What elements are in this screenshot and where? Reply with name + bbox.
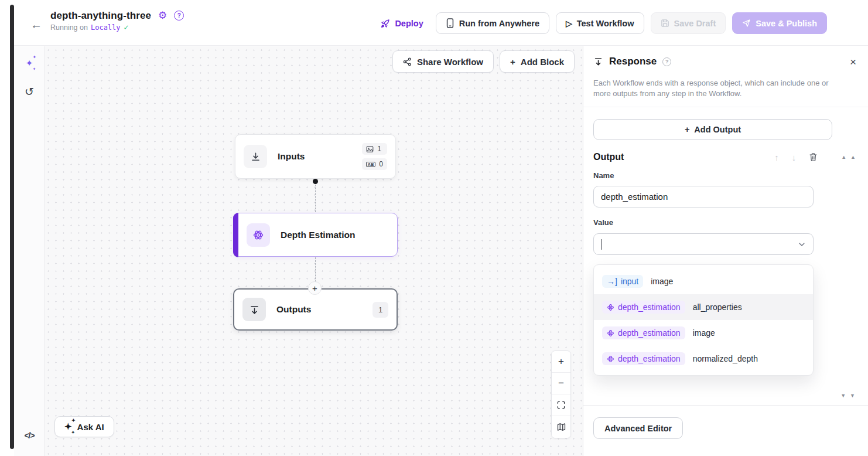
zoom-out-button[interactable]: − (552, 373, 570, 394)
canvas-toolbar: Share Workflow + Add Block (392, 50, 575, 73)
history-button[interactable]: ↺ (14, 81, 45, 101)
triangle-up-icon: ▲ (850, 154, 856, 160)
zoom-in-button[interactable]: + (552, 351, 570, 373)
triangle-down-icon: ▼ (850, 393, 855, 399)
minimap-button[interactable] (552, 416, 570, 438)
status-check-icon: ✓ (124, 23, 129, 32)
share-workflow-button[interactable]: Share Workflow (392, 50, 494, 73)
plus-icon: + (312, 283, 317, 293)
model-atom-icon (247, 223, 270, 247)
add-output-button[interactable]: + Add Output (593, 119, 832, 140)
deploy-label: Deploy (395, 19, 423, 28)
save-draft-button[interactable]: Save Draft (651, 12, 726, 34)
connector-line-1 (315, 185, 316, 212)
window-edge-bar (10, 5, 14, 449)
image-count: 1 (377, 145, 381, 153)
inputs-node-badges: 1 AB 0 (362, 143, 387, 170)
running-status: Running on Locally ✓ (50, 23, 184, 32)
share-workflow-label: Share Workflow (417, 57, 483, 67)
workflow-canvas[interactable]: Share Workflow + Add Block Inputs 1 (45, 46, 583, 456)
image-icon (366, 145, 374, 153)
response-help-icon[interactable]: ? (662, 57, 671, 66)
response-icon (593, 57, 603, 67)
depth-estimation-node-label: Depth Estimation (281, 230, 355, 240)
ask-ai-button[interactable]: ✦✦✦ Ask AI (54, 416, 114, 437)
name-field-label: Name (593, 171, 614, 180)
atom-icon (607, 329, 614, 337)
map-icon (557, 423, 566, 431)
option-input-image[interactable]: →] input image (594, 268, 813, 294)
workflow-title-block: depth-anything-three ⚙ ? Running on Loca… (50, 9, 184, 32)
canvas-zoom-controls: + − (551, 350, 571, 438)
panel-title: Response (609, 56, 657, 67)
save-draft-label: Save Draft (674, 19, 716, 28)
fit-view-button[interactable] (552, 394, 570, 416)
close-panel-icon[interactable]: × (850, 56, 856, 67)
test-workflow-button[interactable]: ▷ Test Workflow (556, 12, 644, 34)
advanced-editor-button[interactable]: Advanced Editor (593, 417, 683, 439)
header-actions: Deploy Run from Anywhere ▷ Test Workflow… (375, 12, 827, 34)
scroll-down-controls[interactable]: ▼▼ (840, 393, 855, 399)
text-cursor (601, 239, 602, 250)
add-block-button[interactable]: + Add Block (500, 50, 575, 73)
input-source-badge: →] input (602, 275, 643, 288)
send-icon (742, 19, 751, 28)
running-on-value[interactable]: Locally (91, 23, 121, 32)
plus-icon: + (558, 356, 564, 367)
code-view-button[interactable]: </> (14, 426, 45, 445)
value-field-label: Value (593, 218, 613, 227)
add-output-label: Add Output (694, 125, 741, 134)
workflow-help-icon[interactable]: ? (174, 11, 184, 21)
save-publish-label: Save & Publish (756, 19, 817, 28)
test-workflow-label: Test Workflow (577, 19, 634, 28)
insert-block-button[interactable]: + (308, 281, 322, 295)
response-panel-header: Response ? × (593, 56, 856, 67)
parameter-count-badge: AB 0 (362, 158, 387, 170)
node-accent-bar (233, 213, 238, 257)
option-property: image (651, 277, 673, 286)
delete-output-icon[interactable] (809, 152, 818, 162)
option-depth-all-properties[interactable]: depth_estimation all_properties (594, 294, 813, 320)
save-publish-button[interactable]: Save & Publish (732, 12, 827, 34)
option-property: normalized_depth (693, 354, 758, 363)
triangle-up-icon: ▲ (841, 154, 846, 160)
workflow-settings-gear-icon[interactable]: ⚙ (158, 9, 167, 22)
step-source-badge: depth_estimation (602, 326, 685, 339)
depth-estimation-node[interactable]: Depth Estimation (233, 213, 398, 257)
arrow-into-bracket-icon: →] (607, 277, 617, 286)
response-panel: Response ? × Each Workflow ends with a r… (583, 46, 868, 456)
share-icon (403, 57, 412, 66)
option-depth-normalized-depth[interactable]: depth_estimation normalized_depth (594, 346, 813, 372)
scroll-up-controls[interactable]: ▲▲ (841, 154, 856, 160)
minus-icon: − (558, 377, 564, 389)
deploy-button[interactable]: Deploy (375, 12, 429, 34)
move-output-down-icon[interactable]: ↓ (792, 152, 797, 162)
inputs-node-label: Inputs (278, 151, 305, 162)
output-name-input[interactable]: depth_estimation (593, 186, 814, 207)
back-button[interactable]: ← (28, 16, 45, 33)
option-depth-image[interactable]: depth_estimation image (594, 320, 813, 346)
floppy-disk-icon (661, 19, 669, 28)
chevron-down-icon[interactable] (798, 240, 806, 249)
output-section-header: Output ↑ ↓ ▲▲ (593, 152, 856, 162)
outputs-count-badge: 1 (373, 302, 388, 318)
run-from-anywhere-label: Run from Anywhere (459, 19, 539, 28)
rocket-icon (381, 19, 390, 28)
parameter-count: 0 (379, 160, 383, 168)
ai-assistant-button[interactable]: ✦✦✦ (14, 53, 45, 73)
step-source-badge: depth_estimation (602, 352, 685, 365)
divider (583, 405, 868, 406)
output-icon (242, 298, 266, 321)
history-icon: ↺ (25, 85, 34, 98)
divider (583, 107, 868, 107)
workflow-editor-app: ← depth-anything-three ⚙ ? Running on Lo… (0, 0, 868, 456)
run-from-anywhere-button[interactable]: Run from Anywhere (436, 12, 549, 34)
fit-view-icon (557, 401, 565, 409)
image-count-badge: 1 (362, 143, 387, 155)
connector-dot (313, 179, 318, 184)
output-value-combobox[interactable] (593, 233, 814, 255)
output-heading: Output (593, 152, 624, 162)
move-output-up-icon[interactable]: ↑ (774, 152, 779, 162)
triangle-down-icon: ▼ (840, 393, 846, 399)
inputs-node[interactable]: Inputs 1 AB 0 (235, 134, 396, 179)
